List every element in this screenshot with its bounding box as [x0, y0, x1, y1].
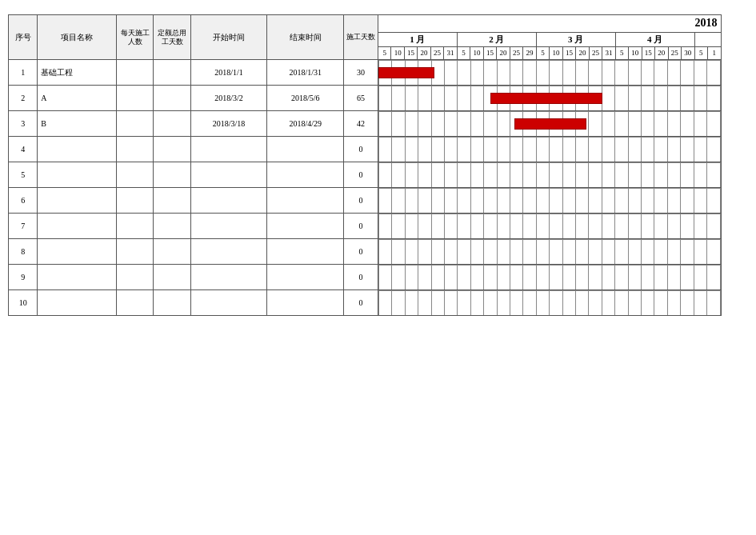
name-cell	[38, 162, 117, 188]
day-header: 29	[523, 47, 536, 60]
col-header: 序号	[9, 15, 38, 60]
gantt-cell	[378, 162, 721, 188]
start-cell: 2018/3/2	[190, 86, 267, 111]
start-cell: 2018/3/18	[190, 111, 267, 137]
seq-cell: 10	[9, 290, 38, 316]
day-header: 15	[562, 47, 575, 60]
gantt-bar	[490, 93, 602, 104]
seq-cell: 2	[9, 86, 38, 111]
col-header: 施工天数	[344, 15, 378, 60]
gantt-cell	[378, 265, 721, 290]
table-row: 2A2018/3/22018/5/665	[9, 86, 748, 111]
day-header: 31	[602, 47, 615, 60]
seq-cell: 7	[9, 214, 38, 239]
start-cell	[190, 239, 267, 265]
seq-cell: 1	[9, 60, 38, 86]
col-header: 结束时间	[267, 15, 344, 60]
table-row: 3B2018/3/182018/4/2942	[9, 111, 748, 137]
day-header: 20	[655, 47, 668, 60]
table-row: 1基础工程2018/1/12018/1/3130	[9, 60, 748, 86]
quota-cell	[154, 111, 190, 137]
days-cell: 30	[344, 60, 378, 86]
gantt-cell	[378, 290, 721, 316]
workers-cell	[117, 137, 154, 162]
gantt-cell	[378, 86, 721, 111]
workers-cell	[117, 162, 154, 188]
col-header: 定额总用工天数	[154, 15, 190, 60]
seq-cell: 5	[9, 162, 38, 188]
gantt-cell	[378, 60, 721, 86]
day-header: 5	[536, 47, 549, 60]
start-cell: 2018/1/1	[190, 60, 267, 86]
day-header: 5	[457, 47, 470, 60]
start-cell	[190, 188, 267, 214]
day-header: 10	[391, 47, 404, 60]
start-cell	[190, 290, 267, 316]
name-cell	[38, 188, 117, 214]
quota-cell	[154, 60, 190, 86]
quota-cell	[154, 188, 190, 214]
gantt-cell	[378, 239, 721, 265]
day-header: 25	[430, 47, 443, 60]
days-cell: 0	[344, 188, 378, 214]
day-header: 15	[483, 47, 496, 60]
gantt-cell	[378, 137, 721, 162]
name-cell	[38, 214, 117, 239]
day-header: 1	[708, 47, 722, 60]
quota-cell	[154, 239, 190, 265]
workers-cell	[117, 111, 154, 137]
day-header: 10	[629, 47, 642, 60]
day-header: 5	[378, 47, 390, 60]
table-row: 80	[9, 239, 748, 265]
month-header: 1 月	[378, 33, 457, 47]
name-cell: A	[38, 86, 117, 111]
day-header: 15	[404, 47, 417, 60]
start-cell	[190, 265, 267, 290]
day-header: 5	[615, 47, 628, 60]
quota-cell	[154, 137, 190, 162]
day-header: 10	[550, 47, 562, 60]
seq-cell: 6	[9, 188, 38, 214]
start-cell	[190, 137, 267, 162]
year-header: 2018	[378, 15, 721, 33]
workers-cell	[117, 290, 154, 316]
seq-cell: 9	[9, 265, 38, 290]
month-header: 4 月	[615, 33, 694, 47]
workers-cell	[117, 214, 154, 239]
day-header: 20	[497, 47, 510, 60]
gantt-table: 序号项目名称每天施工人数定额总用工天数开始时间结束时间施工天数20181 月2 …	[8, 14, 748, 316]
days-cell: 0	[344, 214, 378, 239]
end-cell	[267, 290, 344, 316]
end-cell: 2018/4/29	[267, 111, 344, 137]
col-header: 项目名称	[38, 15, 117, 60]
quota-cell	[154, 214, 190, 239]
month-header	[694, 33, 721, 47]
day-header: 20	[576, 47, 589, 60]
month-header: 2 月	[457, 33, 536, 47]
table-row: 100	[9, 290, 748, 316]
quota-cell	[154, 162, 190, 188]
start-cell	[190, 214, 267, 239]
table-row: 60	[9, 188, 748, 214]
table-row: 50	[9, 162, 748, 188]
table-row: 90	[9, 265, 748, 290]
day-header: 25	[510, 47, 522, 60]
days-cell: 0	[344, 290, 378, 316]
page: 序号项目名称每天施工人数定额总用工天数开始时间结束时间施工天数20181 月2 …	[0, 0, 756, 535]
end-cell	[267, 137, 344, 162]
days-cell: 0	[344, 162, 378, 188]
name-cell	[38, 137, 117, 162]
days-cell: 65	[344, 86, 378, 111]
days-cell: 42	[344, 111, 378, 137]
quota-cell	[154, 86, 190, 111]
day-header: 15	[642, 47, 654, 60]
workers-cell	[117, 86, 154, 111]
start-cell	[190, 162, 267, 188]
seq-cell: 3	[9, 111, 38, 137]
name-cell	[38, 239, 117, 265]
gantt-cell	[378, 111, 721, 137]
days-cell: 0	[344, 265, 378, 290]
end-cell	[267, 239, 344, 265]
day-header: 25	[589, 47, 602, 60]
workers-cell	[117, 188, 154, 214]
